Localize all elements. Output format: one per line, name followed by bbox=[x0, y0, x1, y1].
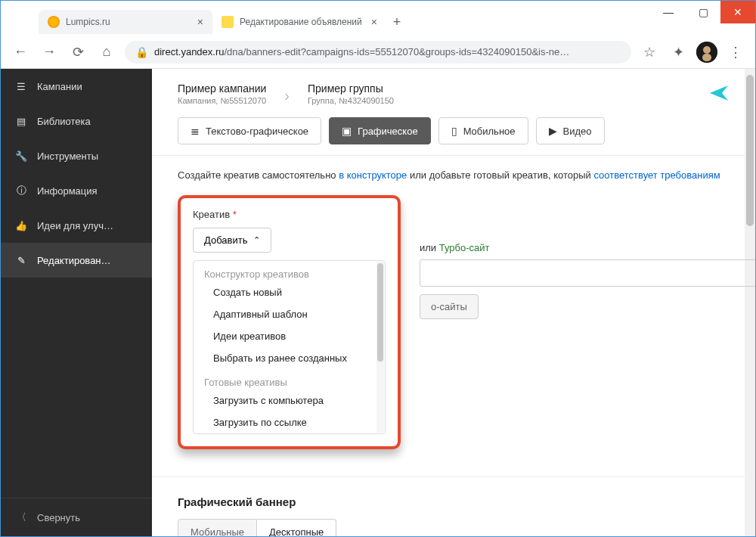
menu-icon[interactable]: ⋮ bbox=[725, 44, 746, 61]
creative-label: Креатив * bbox=[193, 209, 386, 220]
info-icon: ⓘ bbox=[14, 184, 28, 197]
tab-title: Lumpics.ru bbox=[66, 17, 110, 27]
extension-icon[interactable]: ✦ bbox=[668, 44, 689, 61]
lock-icon: 🔒 bbox=[135, 46, 148, 58]
turbo-sites-button[interactable]: о-сайты bbox=[420, 294, 479, 319]
tab-title: Редактирование объявлений bbox=[240, 17, 362, 27]
image-icon: ▣ bbox=[342, 125, 352, 137]
sidebar-item-editing[interactable]: ✎ Редактирован… bbox=[1, 243, 152, 278]
close-icon[interactable]: × bbox=[197, 16, 203, 28]
book-icon: ▤ bbox=[14, 114, 28, 128]
window-maximize[interactable]: ▢ bbox=[686, 1, 720, 23]
site-icon bbox=[48, 16, 60, 28]
group-subtitle: Группа, №4324090150 bbox=[308, 96, 394, 105]
sidebar-item-tools[interactable]: 🔧 Инструменты bbox=[1, 138, 152, 173]
close-icon[interactable]: × bbox=[371, 16, 377, 28]
window-controls: — ▢ ✕ bbox=[651, 1, 755, 23]
site-label: или Турбо-сайт bbox=[420, 242, 489, 253]
sidebar-item-label: Библиотека bbox=[37, 116, 91, 127]
svg-point-1 bbox=[703, 46, 711, 54]
main-content: Пример кампании Кампания, №55512070 › Пр… bbox=[152, 69, 755, 536]
list-icon: ≣ bbox=[191, 125, 200, 137]
sidebar-item-library[interactable]: ▤ Библиотека bbox=[1, 104, 152, 138]
ad-type-selector: ≣ Текстово-графическое ▣ Графическое ▯ М… bbox=[152, 113, 755, 156]
dd-item-select-existing[interactable]: Выбрать из ранее созданных bbox=[194, 347, 385, 369]
mobile-icon: ▯ bbox=[451, 125, 457, 137]
dd-item-adaptive-template[interactable]: Адаптивный шаблон bbox=[194, 303, 385, 325]
add-creative-button[interactable]: Добавить ⌃ bbox=[193, 228, 271, 253]
tab-yandex-direct[interactable]: Редактирование объявлений × bbox=[212, 10, 386, 34]
ad-type-text-graphic[interactable]: ≣ Текстово-графическое bbox=[178, 117, 321, 144]
tab-lumpics[interactable]: Lumpics.ru × bbox=[39, 10, 212, 34]
site-field-area: или Турбо-сайт 1024 о-сайты bbox=[420, 242, 716, 319]
ad-type-video[interactable]: ▶ Видео bbox=[536, 117, 605, 144]
sidebar-item-label: Инструменты bbox=[37, 151, 98, 162]
campaign-subtitle: Кампания, №55512070 bbox=[178, 96, 266, 105]
svg-rect-2 bbox=[702, 54, 711, 61]
new-tab-button[interactable]: + bbox=[386, 11, 407, 33]
dropdown-group-header: Готовые креативы bbox=[194, 369, 385, 390]
send-icon[interactable] bbox=[708, 82, 730, 104]
sidebar-collapse[interactable]: 〈 Свернуть bbox=[1, 498, 152, 536]
sidebar-item-label: Редактирован… bbox=[37, 255, 111, 266]
constructor-link[interactable]: в конструкторе bbox=[339, 169, 407, 181]
reload-button[interactable]: ⟳ bbox=[67, 44, 88, 61]
creative-block-highlight: Креатив * Добавить ⌃ Конструктор креатив… bbox=[178, 195, 401, 449]
scrollbar[interactable] bbox=[745, 69, 755, 536]
sidebar-item-info[interactable]: ⓘ Информация bbox=[1, 173, 152, 208]
dd-item-upload-computer[interactable]: Загрузить с компьютера bbox=[194, 390, 385, 411]
url-text: direct.yandex.ru/dna/banners-edit?campai… bbox=[154, 46, 569, 57]
creative-dropdown: Конструктор креативов Создать новый Адап… bbox=[193, 260, 386, 434]
wrench-icon: 🔧 bbox=[14, 149, 28, 163]
graphic-banner-section: Графический баннер Мобильные Десктопные … bbox=[152, 476, 755, 537]
dropdown-scrollbar[interactable] bbox=[376, 262, 384, 433]
sidebar-item-ideas[interactable]: 👍 Идеи для улуч… bbox=[1, 208, 152, 243]
window-close[interactable]: ✕ bbox=[720, 1, 755, 23]
sidebar-item-label: Идеи для улуч… bbox=[37, 220, 113, 231]
requirements-link[interactable]: соответствует требованиям bbox=[593, 169, 720, 181]
dropdown-group-header: Конструктор креативов bbox=[194, 261, 385, 281]
sidebar: ☰ Кампании ▤ Библиотека 🔧 Инструменты ⓘ … bbox=[1, 69, 152, 536]
pencil-icon: ✎ bbox=[14, 253, 28, 267]
star-icon[interactable]: ☆ bbox=[639, 44, 660, 61]
chevron-right-icon: › bbox=[284, 82, 290, 104]
browser-toolbar: ← → ⟳ ⌂ 🔒 direct.yandex.ru/dna/banners-e… bbox=[1, 36, 755, 69]
banner-tab-desktop[interactable]: Десктопные bbox=[257, 519, 336, 537]
chevron-up-icon: ⌃ bbox=[253, 235, 260, 245]
ad-type-graphic[interactable]: ▣ Графическое bbox=[329, 117, 431, 144]
ad-type-mobile[interactable]: ▯ Мобильное bbox=[438, 117, 528, 144]
back-button[interactable]: ← bbox=[10, 44, 31, 60]
home-button[interactable]: ⌂ bbox=[96, 44, 117, 60]
dd-item-creative-ideas[interactable]: Идеи креативов bbox=[194, 325, 385, 347]
browser-tabs: Lumpics.ru × Редактирование объявлений ×… bbox=[39, 8, 642, 36]
hint-text: Создайте креатив самостоятельно в констр… bbox=[152, 156, 755, 188]
forward-button[interactable]: → bbox=[39, 44, 60, 60]
banner-tab-mobile[interactable]: Мобильные bbox=[178, 519, 257, 537]
profile-avatar[interactable] bbox=[696, 42, 717, 63]
site-input[interactable]: 1024 bbox=[420, 259, 755, 287]
campaign-title: Пример кампании bbox=[178, 82, 266, 95]
play-icon: ▶ bbox=[549, 125, 557, 137]
chevron-left-icon: 〈 bbox=[14, 511, 28, 524]
sidebar-item-label: Информация bbox=[37, 185, 98, 197]
address-bar[interactable]: 🔒 direct.yandex.ru/dna/banners-edit?camp… bbox=[125, 41, 631, 64]
banner-tabs: Мобильные Десктопные bbox=[178, 519, 730, 537]
group-title: Пример группы bbox=[308, 82, 394, 95]
dd-item-upload-link[interactable]: Загрузить по ссылке bbox=[194, 411, 385, 433]
thumb-up-icon: 👍 bbox=[14, 219, 28, 232]
dd-item-create-new[interactable]: Создать новый bbox=[194, 281, 385, 303]
breadcrumb: Пример кампании Кампания, №55512070 › Пр… bbox=[152, 69, 755, 113]
collapse-label: Свернуть bbox=[37, 512, 80, 523]
window-minimize[interactable]: — bbox=[651, 1, 686, 23]
section-title: Графический баннер bbox=[178, 495, 730, 508]
menu-icon: ☰ bbox=[14, 79, 28, 93]
sidebar-item-label: Кампании bbox=[37, 81, 82, 92]
sidebar-item-campaigns[interactable]: ☰ Кампании bbox=[1, 69, 152, 104]
site-icon bbox=[222, 16, 234, 28]
